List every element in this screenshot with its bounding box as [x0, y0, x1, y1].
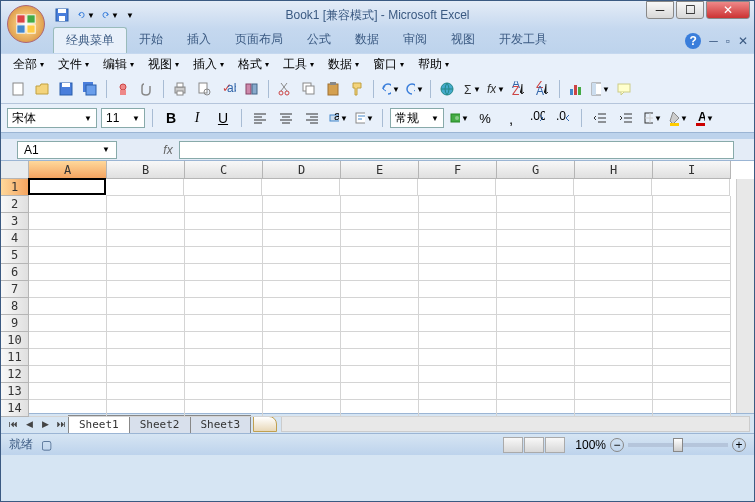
save-all-icon[interactable]: [79, 78, 101, 100]
menu-1[interactable]: 文件 ▾: [52, 54, 95, 75]
cell[interactable]: [341, 315, 419, 332]
increase-decimal-icon[interactable]: .00: [526, 107, 548, 129]
page-layout-view-icon[interactable]: [524, 437, 544, 453]
cell[interactable]: [497, 281, 575, 298]
row-header[interactable]: 12: [1, 366, 29, 383]
menu-0[interactable]: 全部 ▾: [7, 54, 50, 75]
column-header[interactable]: D: [263, 161, 341, 179]
paste-icon[interactable]: [322, 78, 344, 100]
cell[interactable]: [575, 400, 653, 417]
chevron-down-icon[interactable]: ▼: [87, 11, 95, 20]
print-preview-icon[interactable]: [193, 78, 215, 100]
cell[interactable]: [497, 315, 575, 332]
cell[interactable]: [185, 213, 263, 230]
cell[interactable]: [29, 213, 107, 230]
cell[interactable]: [263, 332, 341, 349]
spelling-icon[interactable]: ✓ab: [217, 78, 239, 100]
italic-icon[interactable]: I: [186, 107, 208, 129]
cell[interactable]: [185, 332, 263, 349]
cell[interactable]: [107, 196, 185, 213]
menu-5[interactable]: 格式 ▾: [232, 54, 275, 75]
row-header[interactable]: 3: [1, 213, 29, 230]
column-header[interactable]: B: [107, 161, 185, 179]
open-icon[interactable]: [31, 78, 53, 100]
cell[interactable]: [419, 281, 497, 298]
cell[interactable]: [419, 298, 497, 315]
cell[interactable]: [185, 400, 263, 417]
minimize-ribbon-icon[interactable]: ─: [709, 34, 718, 48]
row-header[interactable]: 9: [1, 315, 29, 332]
cell[interactable]: [653, 230, 731, 247]
cell[interactable]: [341, 247, 419, 264]
cell[interactable]: [263, 230, 341, 247]
close-button[interactable]: ✕: [706, 1, 750, 19]
sheet-tab[interactable]: Sheet1: [68, 415, 130, 433]
menu-6[interactable]: 工具 ▾: [277, 54, 320, 75]
cell[interactable]: [29, 281, 107, 298]
cell[interactable]: [29, 315, 107, 332]
undo-icon[interactable]: ▼: [77, 6, 95, 24]
close-workbook-icon[interactable]: ✕: [738, 34, 748, 48]
select-all-corner[interactable]: [1, 161, 29, 179]
formula-bar[interactable]: [179, 141, 734, 159]
cell[interactable]: [575, 366, 653, 383]
cut-icon[interactable]: [274, 78, 296, 100]
ribbon-tab-2[interactable]: 插入: [175, 27, 223, 53]
cell[interactable]: [263, 315, 341, 332]
redo-icon[interactable]: ▼: [403, 78, 425, 100]
cell[interactable]: [263, 247, 341, 264]
cell[interactable]: [185, 315, 263, 332]
print-icon[interactable]: [169, 78, 191, 100]
cell[interactable]: [185, 281, 263, 298]
ribbon-tab-0[interactable]: 经典菜单: [53, 27, 127, 53]
cell[interactable]: [653, 332, 731, 349]
row-header[interactable]: 8: [1, 298, 29, 315]
cell[interactable]: [29, 196, 107, 213]
macro-record-icon[interactable]: ▢: [41, 438, 52, 452]
cell[interactable]: [341, 349, 419, 366]
cell[interactable]: [263, 366, 341, 383]
cell[interactable]: [262, 179, 340, 196]
function-icon[interactable]: fx▼: [484, 78, 506, 100]
row-header[interactable]: 13: [1, 383, 29, 400]
increase-indent-icon[interactable]: [615, 107, 637, 129]
cell[interactable]: [575, 281, 653, 298]
cell[interactable]: [263, 383, 341, 400]
copy-icon[interactable]: [298, 78, 320, 100]
cell[interactable]: [28, 178, 106, 195]
cell[interactable]: [575, 315, 653, 332]
maximize-button[interactable]: ☐: [676, 1, 704, 19]
column-header[interactable]: A: [29, 161, 107, 179]
ribbon-tab-5[interactable]: 数据: [343, 27, 391, 53]
cell[interactable]: [419, 383, 497, 400]
cell[interactable]: [497, 247, 575, 264]
permission-icon[interactable]: [112, 78, 134, 100]
cell[interactable]: [496, 179, 574, 196]
sheet-tab[interactable]: Sheet3: [190, 415, 252, 433]
comment-icon[interactable]: [613, 78, 635, 100]
cell[interactable]: [653, 315, 731, 332]
cell[interactable]: [107, 264, 185, 281]
cell[interactable]: [29, 383, 107, 400]
cell[interactable]: [107, 383, 185, 400]
cell[interactable]: [419, 332, 497, 349]
cell[interactable]: [575, 264, 653, 281]
cell[interactable]: [341, 366, 419, 383]
cell[interactable]: [184, 179, 262, 196]
cell[interactable]: [653, 281, 731, 298]
bold-icon[interactable]: B: [160, 107, 182, 129]
cell[interactable]: [575, 298, 653, 315]
cell[interactable]: [653, 400, 731, 417]
cell[interactable]: [341, 264, 419, 281]
cell[interactable]: [575, 332, 653, 349]
horizontal-scrollbar[interactable]: [281, 416, 750, 432]
cell[interactable]: [341, 213, 419, 230]
comma-icon[interactable]: ,: [500, 107, 522, 129]
cell[interactable]: [419, 264, 497, 281]
align-left-icon[interactable]: [249, 107, 271, 129]
font-name-combo[interactable]: 宋体▼: [7, 108, 97, 128]
restore-window-icon[interactable]: ▫: [726, 34, 730, 48]
cell[interactable]: [652, 179, 730, 196]
ribbon-tab-6[interactable]: 审阅: [391, 27, 439, 53]
fx-icon[interactable]: fx: [157, 143, 179, 157]
